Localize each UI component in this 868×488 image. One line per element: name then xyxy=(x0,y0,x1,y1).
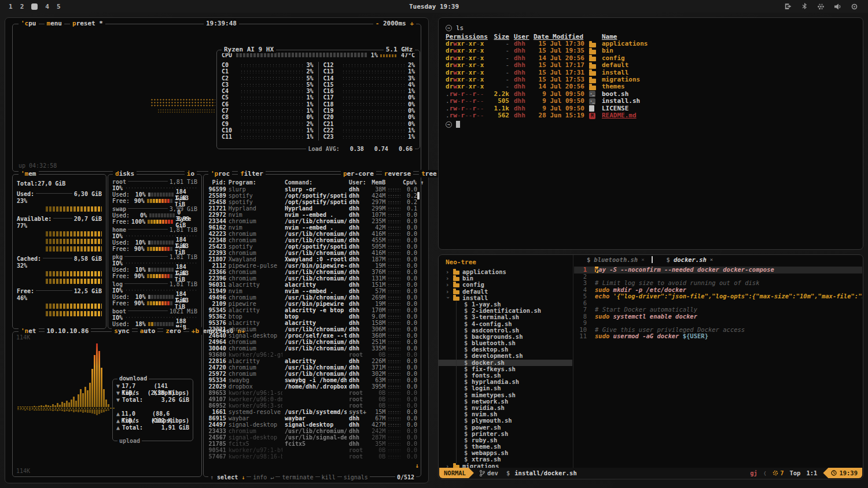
mem-meter xyxy=(46,231,102,236)
proc-row[interactable]: 21807XwaylandXwayland :0 -rootldhh187M0.… xyxy=(207,256,417,263)
terminal-cursor[interactable] xyxy=(456,121,460,128)
proc-row[interactable]: 49107kworker/u96:0-dmroot0B0.0 xyxy=(207,396,417,402)
proc-row[interactable]: 1661systemd-resolve/usr/lib/systemd/ssys… xyxy=(207,409,417,415)
proc-row[interactable]: 31949nvimnvim --embed .dhh57M0.0 xyxy=(207,288,417,294)
menu-button[interactable]: menu xyxy=(45,20,65,27)
proc-row[interactable]: 2112pipewire-pulse/usr/bin/pipewire-dhh1… xyxy=(207,263,417,269)
proc-row[interactable]: 95345alacrittyalacritty -e btopdhh170M0.… xyxy=(207,307,417,313)
tree-item-default[interactable]: ›default xyxy=(439,289,572,295)
io-toggle[interactable]: io xyxy=(185,170,197,178)
proc-row[interactable]: 25458spotify/opt/spotify/spotidhh297M0.2 xyxy=(207,199,417,205)
net-auto-button[interactable]: auto xyxy=(138,327,158,335)
proc-row[interactable]: 24497signal-desktopsignal-desktopdhh427M… xyxy=(207,422,417,428)
net-sync-button[interactable]: sync xyxy=(112,327,132,335)
proc-scrollbar-thumb[interactable] xyxy=(417,192,420,199)
proc-row[interactable]: 22029dropbox/home/dhh/.dropboxdhh395M0.0 xyxy=(207,383,417,390)
tree-item-ruby.sh[interactable]: $ruby.sh xyxy=(439,437,572,443)
tree-item-network.sh[interactable]: $network.sh xyxy=(439,398,572,405)
terminate-hint[interactable]: terminate xyxy=(280,474,315,480)
proc-row[interactable]: 23321chromium/usr/lib/chromium/dhh306M0.… xyxy=(207,326,417,332)
close-icon[interactable]: × xyxy=(641,257,644,263)
kill-hint[interactable]: kill xyxy=(320,474,337,480)
tree-item-nvidia.sh[interactable]: $nvidia.sh xyxy=(439,405,572,411)
disk-free-row: Free:90%1,63 TiB xyxy=(112,300,197,306)
proc-row[interactable]: 96162nvimnvim --embed .dhh42M0.0 xyxy=(207,224,417,231)
proc-row[interactable]: 23366chromium/usr/lib/chromium/dhh376M0.… xyxy=(207,269,417,275)
close-icon[interactable]: × xyxy=(710,257,713,263)
mem-meter xyxy=(46,279,102,284)
preset-button[interactable]: preset * xyxy=(70,20,105,27)
proc-reverse-toggle[interactable]: reverse xyxy=(382,170,413,178)
proc-row[interactable]: 2109pipewire/usr/bin/pipewiredhh19M0.0 xyxy=(207,301,417,307)
proc-box-title[interactable]: 'proc xyxy=(208,170,232,178)
proc-row[interactable]: 93680kworker/u96:2-gfroot0B0.0 xyxy=(207,352,417,358)
tree-item-login.sh[interactable]: $login.sh xyxy=(439,385,572,391)
net-down-bar xyxy=(108,404,109,408)
proc-row[interactable]: 21785fcitx5fcitx5dhh35M0.0 xyxy=(207,441,417,447)
proc-row[interactable]: 96031alacrittyalacrittydhh151M0.0 xyxy=(207,282,417,288)
interval-control[interactable]: - 2000ms + xyxy=(373,20,416,27)
file-row: .rw-r--r--562dhh28 Jun 15:19MREADME.md xyxy=(446,112,856,119)
proc-row[interactable]: 95362btopbtopdhh9.0M0.0 xyxy=(207,313,417,320)
tree-item-printer.sh[interactable]: $printer.sh xyxy=(439,431,572,437)
proc-row[interactable]: 30040chromium/usr/lib/chromium/dhh335M0.… xyxy=(207,345,417,352)
proc-row[interactable]: 95334swaybgswaybg -i /home/dhdhh63M0.0 xyxy=(207,377,417,383)
tree-item-webapps.sh[interactable]: $webapps.sh xyxy=(439,450,572,456)
proc-row[interactable]: 95376alacrittyalacrittydhh158M0.0 xyxy=(207,320,417,326)
tree-item-install[interactable]: ›install xyxy=(439,295,572,301)
tree-item-3-terminal.sh[interactable]: $3-terminal.sh xyxy=(439,314,572,320)
proc-row[interactable]: 22816alacrittyalacrittydhh226M0.0 xyxy=(207,358,417,364)
net-stat-row: ▼17,7 KiB/s(141 Kibps) xyxy=(116,383,189,390)
proc-row[interactable]: 24567signal-desktop/usr/lib/signal-dedhh… xyxy=(207,434,417,441)
tree-item-bin[interactable]: ›bin xyxy=(439,275,572,282)
proc-row[interactable]: 25589spotify/opt/spotify/spotidhh424M0.2 xyxy=(207,193,417,199)
proc-row[interactable]: 89653kworker/u96:1-sdroot0B0.0 xyxy=(207,390,417,396)
proc-row[interactable]: 90541kworker/u97:1-btroot0B0.0 xyxy=(207,447,417,453)
proc-row[interactable]: 23344chromium/usr/lib/chromium/dhh235M0.… xyxy=(207,218,417,224)
proc-row[interactable]: 22393chromium/usr/lib/chromium/dhh416M0.… xyxy=(207,250,417,256)
proc-percore-toggle[interactable]: per-core xyxy=(341,170,376,178)
proc-row[interactable]: 25423spotify/opt/spotify/spotidhh505M0.0 xyxy=(207,243,417,250)
proc-row[interactable]: 22396chromium/usr/lib/chromium/dhh131M0.… xyxy=(207,275,417,282)
net-up-bar xyxy=(64,409,65,412)
proc-filter-button[interactable]: filter xyxy=(238,170,266,178)
disk-name-row: boot1021 MiB xyxy=(112,308,197,315)
tree-item-plymouth.sh[interactable]: $plymouth.sh xyxy=(439,417,572,424)
tab-docker.sh[interactable]: $docker.sh× xyxy=(661,256,719,263)
net-zero-button[interactable]: zero xyxy=(163,327,183,335)
proc-tree-toggle[interactable]: tree xyxy=(419,170,439,178)
tree-item-hyprlandia.sh[interactable]: $hyprlandia.sh xyxy=(439,379,572,385)
memory-box-title[interactable]: 'mem xyxy=(19,170,39,178)
proc-row[interactable]: 49496chromium/usr/lib/chromium/dhh269M0.… xyxy=(207,294,417,301)
scroll-down-icon[interactable]: ↓ xyxy=(415,462,419,469)
proc-row[interactable]: 24964chromium/usr/lib/chromium/dhh251M0.… xyxy=(207,339,417,345)
info-hint[interactable]: info xyxy=(253,474,267,480)
tree-item-4-config.sh[interactable]: $4-config.sh xyxy=(439,321,572,327)
proc-row[interactable]: 42223chromium/usr/lib/chromium/dhh416M0.… xyxy=(207,231,417,237)
net-up-bar xyxy=(45,409,47,411)
tree-item-config[interactable]: ›config xyxy=(439,282,572,288)
tree-item-fix-fkeys.sh[interactable]: $fix-fkeys.sh xyxy=(439,366,572,372)
disks-box-title[interactable]: disks xyxy=(113,170,137,178)
select-hint[interactable]: select xyxy=(217,474,238,480)
tree-item-applications[interactable]: ›applications xyxy=(439,269,572,275)
proc-row[interactable]: 24720chromium/usr/lib/chromium/dhh371M0.… xyxy=(207,364,417,371)
proc-row[interactable]: 21721HyprlandHyprlanddhh299M0.1 xyxy=(207,205,417,212)
proc-row[interactable]: 96599slurpslurp -ordhh38M0.0 xyxy=(207,186,417,193)
proc-row[interactable]: 24640signal-desktop/proc/self/exe --tdhh… xyxy=(207,332,417,339)
signals-hint[interactable]: signals xyxy=(342,474,370,480)
proc-row[interactable]: 86915waybarwaybardhh67M0.0 xyxy=(207,415,417,422)
file-row: .rw-r--r--505dhh9 Jul 09:50›_install.sh xyxy=(446,98,856,105)
tab-bluetooth.sh[interactable]: $bluetooth.sh× xyxy=(581,256,650,263)
net-up-bar xyxy=(52,409,54,411)
proc-row[interactable]: 25972chromium/usr/lib/chromium/dhh302M0.… xyxy=(207,371,417,377)
proc-row[interactable]: 22972nvimnvim --embed .dhh107M0.0 xyxy=(207,212,417,218)
proc-row[interactable]: 86952kworker/u96:3-sdroot0B0.0 xyxy=(207,402,417,409)
proc-row[interactable]: 57467kworker/u98:16-broot0B0.0 xyxy=(207,453,417,460)
tree-item-xtras.sh[interactable]: $xtras.sh xyxy=(439,456,572,463)
net-down-bar xyxy=(105,400,107,407)
tree-item-power.sh[interactable]: $power.sh xyxy=(439,424,572,431)
proc-row[interactable]: 23433chromium/usr/lib/chromium/dhh242M0.… xyxy=(207,428,417,434)
tree-item-development.sh[interactable]: $development.sh xyxy=(439,353,572,359)
proc-row[interactable]: 22348chromium/usr/lib/chromium/dhh455M0.… xyxy=(207,237,417,243)
